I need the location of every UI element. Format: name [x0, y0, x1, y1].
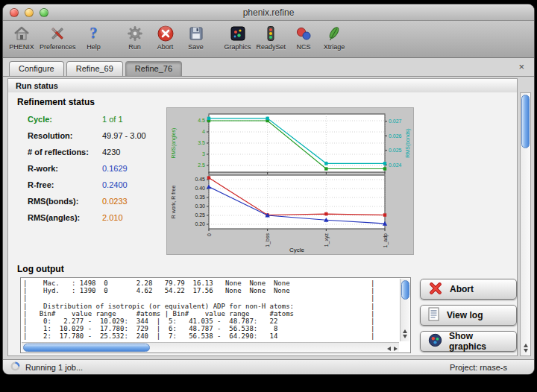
stat-resolution: Resolution:49.97 - 3.00 — [28, 131, 146, 142]
svg-text:RMS(angles): RMS(angles) — [171, 128, 177, 159]
svg-text:0.45: 0.45 — [195, 177, 205, 182]
log-horizontal-scrollbar[interactable] — [22, 342, 399, 352]
svg-text:3: 3 — [202, 151, 205, 157]
main-vscroll-arrows[interactable] — [521, 342, 530, 354]
svg-text:0.35: 0.35 — [195, 195, 205, 200]
help-icon: ? — [90, 23, 98, 43]
run-status-section-header[interactable]: Run status — [7, 78, 518, 93]
tab-refine-76[interactable]: Refine_76 — [125, 61, 182, 76]
toolbar-button-save[interactable]: Save — [183, 23, 209, 51]
svg-text:RMS(bonds): RMS(bonds) — [405, 128, 411, 157]
svg-text:2.5: 2.5 — [198, 162, 205, 168]
stat-r-work: R-work:0.1629 — [28, 164, 128, 175]
refinement-chart: 2.533.544.50.0240.0250.0260.027RMS(angle… — [166, 107, 414, 255]
status-message: Running 1 job... — [25, 363, 83, 372]
toolbar-button-readyset[interactable]: ReadySet — [257, 23, 286, 51]
toolbar-button-abort[interactable]: Abort — [153, 23, 178, 51]
stat-label: RMS(angles): — [28, 213, 102, 222]
toolbar-button-preferences[interactable]: Preferences — [40, 23, 76, 51]
svg-text:0.25: 0.25 — [195, 212, 205, 218]
scroll-up-icon[interactable] — [403, 329, 407, 333]
log-vscroll-arrows[interactable] — [401, 328, 409, 340]
svg-text:3.5: 3.5 — [198, 140, 205, 145]
minimize-window-button[interactable] — [25, 8, 34, 17]
stat-value: 2.010 — [102, 213, 123, 222]
svg-text:0: 0 — [207, 233, 212, 236]
view-log-button[interactable]: View log — [420, 305, 517, 326]
tab-configure[interactable]: Configure — [9, 61, 64, 76]
toolbar-label: PHENIX — [9, 43, 34, 51]
main-vscroll-thumb[interactable] — [521, 95, 530, 148]
status-bar: Running 1 job... Project: rnase-s — [3, 359, 534, 374]
show-graphics-button[interactable]: Show graphics — [420, 331, 517, 352]
stat-rms-bonds: RMS(bonds):0.0233 — [28, 197, 128, 208]
svg-text:Cycle: Cycle — [289, 247, 305, 253]
toolbar-label: Run — [128, 43, 141, 51]
abort-icon — [157, 23, 175, 43]
toolbar-button-xtriage[interactable]: Xtriage — [321, 23, 347, 51]
log-output-heading: Log output — [17, 264, 64, 274]
toolbar-label: ReadySet — [257, 43, 286, 51]
preferences-icon — [48, 23, 66, 43]
tab-close-icon[interactable]: × — [515, 61, 528, 74]
stat-reflections: # of reflections:4230 — [28, 148, 120, 159]
show-graphics-button-label: Show graphics — [449, 331, 509, 352]
scroll-up-icon[interactable] — [524, 344, 528, 347]
toolbar-button-graphics[interactable]: Graphics — [224, 23, 251, 51]
graphics-icon — [229, 23, 247, 43]
traffic-lights — [10, 8, 48, 17]
toolbar-button-ncs[interactable]: NCS — [291, 23, 316, 51]
svg-text:0.30: 0.30 — [195, 203, 205, 209]
stat-label: # of reflections: — [28, 148, 102, 157]
svg-text:4: 4 — [202, 129, 205, 134]
svg-text:1_xyz: 1_xyz — [324, 233, 330, 247]
toolbar-button-phenix[interactable]: PHENIX — [9, 23, 34, 51]
stat-label: R-work: — [28, 164, 102, 173]
toolbar-button-run[interactable]: Run — [122, 23, 148, 51]
stat-value: 0.2400 — [102, 180, 128, 189]
toolbar-button-help[interactable]: ? Help — [81, 23, 107, 51]
scroll-left-icon[interactable] — [387, 347, 391, 351]
document-icon — [428, 307, 440, 323]
project-label: Project: rnase-s — [450, 363, 507, 372]
traffic-light-icon — [262, 23, 280, 43]
abort-x-icon — [428, 281, 443, 298]
main-vertical-scrollbar[interactable] — [520, 92, 531, 356]
graphics-sphere-icon — [428, 333, 442, 350]
stat-rms-angles: RMS(angles):2.010 — [28, 213, 123, 224]
toolbar-label: Save — [188, 43, 204, 51]
stat-r-free: R-free:0.2400 — [28, 180, 128, 192]
abort-button-label: Abort — [450, 284, 474, 294]
toolbar: PHENIX Preferences ? Help Run Abort — [3, 21, 534, 58]
app-window: phenix.refine PHENIX Preferences ? Help … — [3, 4, 534, 374]
log-text: | Mac. : 1498 0 2.28 79.79 16.13 None No… — [23, 279, 398, 341]
toolbar-label: Abort — [157, 43, 174, 51]
log-vertical-scrollbar[interactable] — [400, 279, 409, 341]
log-hscroll-thumb[interactable] — [23, 344, 150, 352]
view-log-button-label: View log — [447, 310, 483, 320]
stat-label: R-free: — [28, 180, 102, 189]
stat-value: 0.1629 — [102, 164, 128, 173]
close-window-button[interactable] — [10, 8, 19, 17]
stat-value: 1 of 1 — [102, 115, 123, 124]
content-area: Run status Refinement status Cycle:1 of … — [3, 77, 534, 359]
stat-value: 49.97 - 3.00 — [102, 131, 146, 140]
scroll-down-icon[interactable] — [524, 349, 528, 353]
toolbar-label: Xtriage — [324, 43, 345, 51]
svg-text:0.027: 0.027 — [389, 118, 402, 124]
scroll-right-icon[interactable] — [394, 347, 398, 351]
abort-button[interactable]: Abort — [420, 279, 517, 300]
toolbar-label: Preferences — [40, 43, 76, 51]
toolbar-label: NCS — [297, 43, 311, 51]
zoom-window-button[interactable] — [40, 8, 48, 17]
toolbar-label: Help — [87, 43, 101, 51]
phenix-home-icon — [13, 23, 31, 43]
log-vscroll-thumb[interactable] — [401, 280, 409, 300]
titlebar[interactable]: phenix.refine — [3, 4, 534, 21]
stat-label: Cycle: — [28, 115, 102, 124]
scroll-down-icon[interactable] — [403, 335, 407, 338]
stat-value: 4230 — [102, 148, 120, 157]
stat-label: RMS(bonds): — [28, 197, 102, 206]
tab-refine-69[interactable]: Refine_69 — [66, 61, 123, 76]
save-icon — [187, 23, 205, 43]
